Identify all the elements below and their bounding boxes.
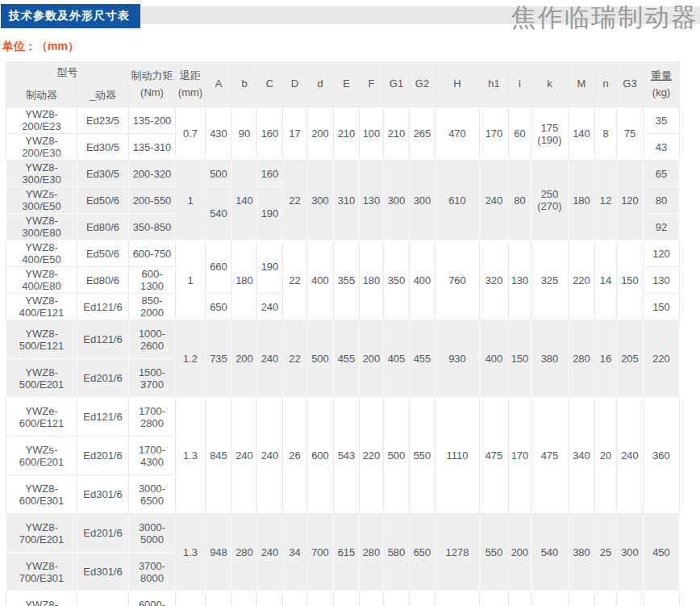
table-cell: 800 — [307, 591, 334, 606]
table-cell: 220 — [569, 240, 595, 320]
watermark: 焦作临瑞制动器 — [511, 1, 698, 35]
table-cell: YWZ8-400/E121 — [6, 294, 77, 320]
table-cell: Ed301/12 — [77, 591, 129, 606]
table-cell: 440 — [569, 591, 595, 606]
table-cell: 1110 — [435, 398, 480, 514]
unit-label: 单位：（mm） — [2, 40, 700, 54]
table-cell: 325 — [531, 240, 569, 320]
table-cell: 930 — [435, 320, 480, 398]
table-cell: 12 — [595, 161, 617, 240]
table-cell: 140 — [569, 107, 595, 161]
table-cell: Ed121/6 — [77, 398, 129, 437]
table-cell: 80 — [644, 187, 680, 214]
table-cell: 543 — [334, 398, 360, 514]
table-cell: 180 — [360, 240, 384, 320]
table-cell: 17 — [283, 107, 307, 161]
table-cell: 135-200 — [129, 107, 176, 134]
table-cell: 735 — [206, 320, 232, 398]
table-row: YWZ8-300/E30Ed30/5200-320150014016022300… — [6, 161, 680, 187]
table-cell: Ed201/6 — [77, 359, 129, 398]
table-cell: 60 — [509, 107, 531, 161]
table-cell: 16 — [595, 320, 617, 398]
table-cell: Ed30/5 — [77, 161, 129, 187]
table-cell: Ed50/6 — [77, 187, 129, 214]
table-cell: 455 — [410, 320, 435, 398]
table-cell: 550 — [480, 514, 509, 591]
col-header-h1: h1 — [480, 62, 509, 107]
table-row: YWZ8-800/E301/12Ed301/126000-100001.6980… — [6, 591, 680, 606]
table-cell: 350 — [384, 240, 410, 320]
table-cell: 1.3 — [176, 514, 206, 591]
table-cell: YWZ8-500/E201 — [6, 359, 77, 398]
table-cell: YWZ8-400/E80 — [6, 267, 77, 294]
table-cell: YWZ8-800/E301/12 — [6, 591, 77, 606]
table-cell: 300 — [307, 161, 334, 240]
table-cell: 405 — [384, 320, 410, 398]
table-cell: Ed201/6 — [77, 437, 129, 475]
table-cell: Ed50/6 — [77, 240, 129, 267]
col-header-C: C — [257, 62, 283, 107]
col-header-F: F — [360, 62, 384, 107]
table-cell: 170 — [509, 398, 531, 514]
col-header-E: E — [334, 62, 360, 107]
table-cell: YWZ8-400/E50 — [6, 240, 77, 267]
table-cell: 200 — [232, 320, 257, 398]
table-cell: 310 — [334, 161, 360, 240]
table-row: YWZ8-700/E201Ed201/63000-50001.394828024… — [6, 514, 680, 553]
table-cell: 250 (270) — [531, 161, 569, 240]
col-header-motor: _动器 — [77, 85, 129, 107]
table-cell: 265 — [410, 107, 435, 161]
table-cell: 450 — [644, 514, 680, 591]
table-cell: 620 — [531, 591, 569, 606]
table-cell: Ed23/5 — [77, 107, 129, 134]
table-cell: YWZ8-300/E80 — [6, 214, 77, 240]
table-cell: 200 — [360, 320, 384, 398]
table-cell: 205 — [617, 320, 644, 398]
table-cell: 660 — [206, 240, 232, 294]
table-body: YWZ8-200/E23Ed23/5135-2000.7430901601720… — [6, 107, 680, 606]
table-cell: 455 — [334, 320, 360, 398]
table-cell: 650 — [206, 294, 232, 320]
table-cell: 220 — [360, 398, 384, 514]
table-cell: 220 — [644, 320, 680, 398]
table-cell: Ed201/6 — [77, 514, 129, 553]
table-cell: 310 — [617, 591, 644, 606]
table-cell: 190 — [257, 240, 283, 294]
table-cell: 600 — [307, 398, 334, 514]
table-cell: 25 — [595, 514, 617, 591]
col-header-H: H — [435, 62, 480, 107]
table-cell: YWZ8-700/E301 — [6, 553, 77, 591]
table-cell: 500 — [384, 398, 410, 514]
table-cell: 140 — [232, 161, 257, 240]
table-cell: 350-850 — [129, 214, 176, 240]
table-cell: 830 — [410, 591, 435, 606]
col-header-brake: 制动器 — [6, 85, 77, 107]
col-header-model: 型号 — [6, 62, 129, 85]
table-row: YWZ8-500/E121Ed121/61000-26001.273520024… — [6, 320, 680, 359]
table-cell: 430 — [206, 107, 232, 161]
table-cell: 200-320 — [129, 161, 176, 187]
col-header-d: d — [307, 62, 334, 107]
table-cell: 22 — [283, 320, 307, 398]
col-header-i: i — [509, 62, 531, 107]
table-cell: 100 — [360, 107, 384, 161]
table-cell: Ed121/6 — [77, 294, 129, 320]
table-cell: 475 — [480, 398, 509, 514]
table-cell: 65 — [644, 161, 680, 187]
table-cell: 240 — [509, 591, 531, 606]
table-cell: 34 — [283, 514, 307, 591]
table-cell: 400 — [480, 320, 509, 398]
table-cell: 1700-4300 — [129, 437, 176, 475]
table-cell: 240 — [257, 591, 283, 606]
table-cell: 210 — [334, 107, 360, 161]
table-cell: 3000-5000 — [129, 514, 176, 553]
table-cell: 280 — [569, 320, 595, 398]
table-cell: 360 — [644, 398, 680, 514]
table-cell: 92 — [644, 214, 680, 240]
table-cell: 135-310 — [129, 134, 176, 161]
table-cell: 1000-2600 — [129, 320, 176, 359]
table-cell: 22 — [283, 161, 307, 240]
table-cell: 540 — [206, 187, 232, 240]
col-header-A: A — [206, 62, 232, 107]
table-cell: YWZ8-200/E23 — [6, 107, 77, 134]
